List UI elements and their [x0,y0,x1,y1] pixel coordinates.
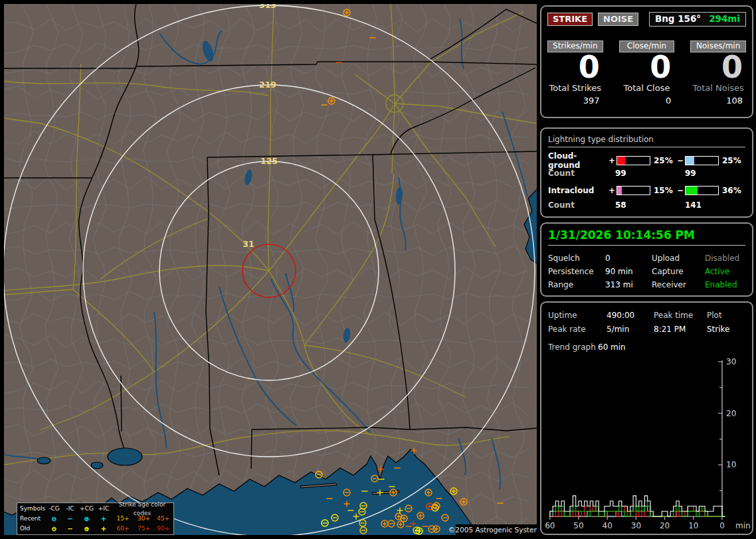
trend-graph-label: Trend graph [548,343,598,352]
close-per-min-value: 0 [619,52,675,82]
x-axis-unit: min [735,521,751,530]
range-label: Range [548,280,605,289]
x-tick-label: 30 [631,521,641,530]
ic-plus-icon: + [95,524,112,533]
uptime-value: 490:00 [607,311,654,320]
legend-old-row: Old ⊖ − ⊕ + 60+ 75+ 90+ [20,524,172,533]
cloud-ground-count-row: Count 99 99 [548,166,745,181]
lightning-map[interactable]: 31321912531©2005 Astrogenic Systems [4,4,537,535]
strikes-per-min-value: 0 [547,52,603,82]
age-code-45: 45+ [154,514,172,523]
trend-chart: 1020306050403020100min [541,358,753,535]
persistence-row: Persistence 90 min Capture Active [548,265,745,278]
ic-minus-icon: − [62,514,78,523]
total-strikes-label: Total Strikes [547,83,603,93]
ic-plus-bar [616,186,650,195]
minus-sign: − [677,156,685,165]
x-tick-label: 20 [660,521,670,530]
intracloud-row: Intracloud + 15% − 36% [548,183,745,198]
cg-minus-percent: 25% [719,156,745,165]
settings-rows: Squelch 0 Upload Disabled Persistence 90… [548,252,745,291]
strike-tab-button[interactable]: STRIKE [547,13,593,26]
plot-label: Plot [707,311,745,320]
total-noises-value: 108 [690,96,746,106]
bearing-distance: 294mi [709,13,740,26]
x-tick-label: 10 [688,521,698,530]
plus-sign: + [609,186,616,195]
capture-status: Active [705,267,745,276]
nexstorm-app-window: 31321912531©2005 Astrogenic Systems Symb… [0,0,756,539]
ic-plus-icon: + [95,514,112,523]
range-ring-label-219: 219 [259,80,276,90]
cg-plus-icon: ⊕ [78,514,95,523]
age-code-75: 75+ [134,524,154,533]
x-tick-label: 50 [573,521,583,530]
noise-tab-button[interactable]: NOISE [598,13,638,26]
lightning-distribution-panel: Lightning type distribution Cloud-ground… [540,127,753,218]
uptime-label: Uptime [548,311,607,320]
upload-status: Disabled [705,254,745,263]
ic-plus-percent: 15% [650,186,677,195]
rate-counters: Strikes/min 0 Total Strikes 397 Close/mi… [547,40,746,106]
y-tick-label: 20 [726,409,736,418]
x-tick-label: 60 [545,521,555,530]
cg-minus-count: 99 [685,169,745,178]
legend-col-cg-neg: -CG [47,504,62,513]
legend-col-cg-pos: +CG [78,504,95,513]
range-ring-label-31: 31 [242,239,254,249]
lake-pontchartrain [108,448,142,465]
close-per-min-counter: Close/min 0 Total Close 0 [619,40,675,106]
squelch-row: Squelch 0 Upload Disabled [548,252,745,265]
trend-graph-row: Trend graph 60 min [548,341,745,354]
date-time-display: 1/31/2026 10:14:56 PM [548,228,745,246]
status-settings-panel: 1/31/2026 10:14:56 PM Squelch 0 Upload D… [540,222,753,297]
age-code-30: 30+ [134,514,154,523]
distribution-title: Lightning type distribution [548,134,745,147]
cg-plus-bar [616,156,650,165]
range-ring-label-125: 125 [260,156,278,166]
trend-series--IC [550,501,725,516]
peak-time-label: Peak time [654,311,707,320]
uptime-row: Uptime 490:00 Peak time Plot [548,308,745,322]
ic-minus-count: 141 [685,200,745,210]
cg-minus-icon: ⊖ [47,524,62,533]
ic-minus-bar [685,186,719,195]
strikes-per-min-counter: Strikes/min 0 Total Strikes 397 [547,40,603,106]
peak-rate-row: Peak rate 5/min 8:21 PM Strike [548,322,745,336]
ic-plus-count: 58 [615,200,685,210]
upload-label: Upload [652,254,705,263]
intracloud-label: Intracloud [548,186,609,195]
count-label: Count [548,200,615,210]
plot-value: Strike [707,325,745,334]
plus-sign: + [609,156,616,165]
panel-toolbar: STRIKE NOISE Bng 156° 294mi [547,12,746,27]
noises-per-min-counter: Noises/min 0 Total Noises 108 [690,40,746,106]
legend-old-label: Old [20,524,47,533]
total-noises-label: Total Noises [690,83,746,93]
cg-plus-icon: ⊕ [78,524,95,533]
age-code-15: 15+ [112,514,134,523]
squelch-label: Squelch [548,254,605,263]
receiver-label: Receiver [652,280,705,289]
ic-minus-percent: 36% [719,186,745,195]
capture-label: Capture [652,267,705,276]
cg-plus-count: 99 [615,169,685,178]
legend-col-ic-pos: +IC [95,504,112,513]
legend-symbols-label: Symbols [20,504,47,513]
cloud-ground-label: Cloud-ground [548,151,609,170]
trend-graph-value: 60 min [598,343,745,352]
range-row: Range 313 mi Receiver Enabled [548,278,745,291]
noises-per-min-value: 0 [690,52,746,82]
persistence-label: Persistence [548,267,605,276]
receiver-status: Enabled [705,280,745,289]
bearing-display: Bng 156° 294mi [649,12,746,27]
cloud-ground-row: Cloud-ground + 25% − 25% [548,151,745,166]
range-ring-label-313: 313 [259,4,276,10]
cg-minus-bar [685,156,719,165]
map-legend: Symbols -CG -IC +CG +IC Strike age color… [17,502,174,535]
map-area[interactable]: 31321912531©2005 Astrogenic Systems [4,4,537,535]
y-tick-label: 30 [726,358,736,366]
x-tick-label: 0 [719,521,725,530]
cg-minus-icon: ⊖ [47,514,62,523]
bearing-value: Bng 156° [655,13,701,26]
